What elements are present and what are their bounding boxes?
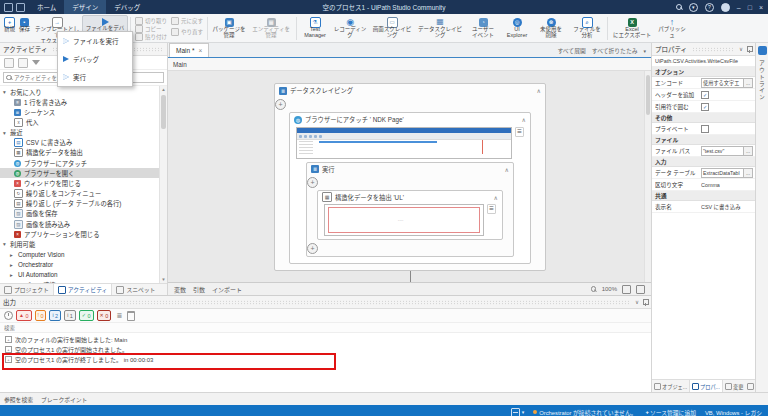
filter-icon[interactable]: [32, 60, 40, 65]
layout-switcher[interactable]: ▾: [511, 408, 525, 416]
data-scraping-button[interactable]: ▦ データスクレイピング: [415, 15, 465, 42]
menu-item-run[interactable]: 実行: [58, 68, 132, 86]
profile-icon[interactable]: [721, 3, 730, 12]
activity-item-assign[interactable]: x代入: [0, 117, 167, 127]
add-activity-icon[interactable]: +: [307, 243, 318, 254]
tab-breakpoints[interactable]: ブレークポイント: [41, 395, 87, 404]
tree-group-available[interactable]: ▾利用可能: [0, 239, 167, 249]
more-button[interactable]: ...: [744, 146, 753, 156]
activity-do-container[interactable]: ≣ 実行 ∧ + ▦: [306, 162, 514, 257]
close-tab-icon[interactable]: ×: [198, 47, 202, 54]
minimize-button[interactable]: –: [737, 4, 741, 11]
log-row[interactable]: + 次のファイルの実行を開始しました: Main: [0, 334, 651, 344]
category-ui-automation[interactable]: ▸UI Automation: [0, 270, 167, 280]
more-button[interactable]: ...: [744, 78, 753, 88]
object-repository-icon[interactable]: [758, 46, 767, 55]
arguments-button[interactable]: 引数: [193, 285, 205, 294]
log-row[interactable]: + 空のプロセス1 の実行が開始されました。: [0, 344, 651, 354]
variables-button[interactable]: 変数: [174, 285, 186, 294]
tab-properties[interactable]: プロパ...: [689, 380, 723, 392]
paste-button[interactable]: 貼り付け: [135, 33, 167, 41]
output-search-input[interactable]: [4, 325, 64, 331]
add-activity-icon[interactable]: +: [307, 177, 318, 188]
tab-activities[interactable]: アクティビティ: [53, 284, 113, 295]
expand-log-icon[interactable]: +: [5, 346, 12, 353]
menu-item-debug[interactable]: デバッグ: [58, 50, 132, 68]
orchestrator-status[interactable]: Orchestrator が接続されていません。: [533, 408, 636, 416]
document-tab-main[interactable]: Main * ×: [169, 43, 209, 57]
tree-scrollbar[interactable]: ▲ ▼: [159, 86, 167, 283]
failed-filter[interactable]: ✕0: [97, 310, 112, 321]
new-button[interactable]: + 新規: [2, 15, 17, 42]
tab-find-references[interactable]: 参照を検索: [4, 395, 33, 404]
collapse-icon[interactable]: ∧: [522, 116, 526, 123]
delimiter-value[interactable]: Comma: [701, 182, 720, 188]
close-button[interactable]: ×: [759, 4, 763, 11]
chevron-down-icon[interactable]: ∨: [635, 299, 639, 305]
activity-item-write-line[interactable]: ≡1 行を書き込み: [0, 97, 167, 107]
test-manager-button[interactable]: ⚗ Test Manager: [299, 15, 331, 42]
activity-item-extract-data[interactable]: ▦構造化データを抽出: [0, 148, 167, 158]
activity-item-continue[interactable]: ↻繰り返しをコンティニュー: [0, 189, 167, 199]
collapse-all-link[interactable]: すべて折りたたみ: [592, 46, 638, 55]
activity-item-write-csv[interactable]: ▤CSV に書き込み: [0, 138, 167, 148]
encoding-value[interactable]: 使用する文字エ: [701, 78, 744, 88]
activity-attach-browser[interactable]: ◍ ブラウザーにアタッチ ' NDK Page' ∧: [289, 112, 531, 264]
tab-outline-vertical[interactable]: アウトライン: [758, 60, 767, 101]
expand-log-icon[interactable]: +: [5, 336, 12, 343]
panel-drag-handle[interactable]: [692, 47, 734, 52]
add-activity-icon[interactable]: +: [275, 99, 286, 110]
feedback-icon[interactable]: ▾: [689, 3, 698, 12]
activity-item-save-image[interactable]: ▨画像を保存: [0, 209, 167, 219]
expand-all-icon[interactable]: [4, 58, 14, 68]
recording-button[interactable]: ◉ レコーディング: [331, 15, 369, 42]
add-headers-checkbox[interactable]: ✓: [701, 91, 709, 99]
collapse-icon[interactable]: ∧: [494, 194, 498, 201]
expand-all-link[interactable]: すべて展開: [557, 46, 585, 55]
undo-button[interactable]: 元に戻す: [171, 17, 203, 25]
scroll-down-icon[interactable]: ▼: [161, 276, 165, 283]
analyze-file-button[interactable]: ⌕ ファイルを 分析: [569, 15, 605, 42]
imports-button[interactable]: インポート: [212, 285, 242, 294]
canvas-scrollbar[interactable]: [644, 71, 651, 282]
collapse-icon[interactable]: ∧: [505, 166, 509, 173]
activity-item-close-window[interactable]: ×ウィンドウを閉じる: [0, 178, 167, 188]
ribbon-tab-design[interactable]: デザイン: [64, 0, 106, 14]
breadcrumb-item-main[interactable]: Main: [173, 61, 187, 68]
hamburger-menu-icon[interactable]: ≡: [487, 204, 496, 214]
section-misc[interactable]: その他: [652, 113, 755, 123]
collapse-all-icon[interactable]: [18, 58, 28, 68]
cut-button[interactable]: 切り取り: [135, 17, 167, 25]
tab-object-repository[interactable]: オブジェ...: [652, 380, 689, 392]
file-path-value[interactable]: "test.csv": [701, 146, 744, 156]
ribbon-tab-home[interactable]: ホーム: [29, 0, 64, 14]
private-checkbox[interactable]: [701, 125, 709, 133]
add-to-source-control[interactable]: +ソース管理に追加: [646, 408, 696, 416]
errors-filter[interactable]: ▲0: [16, 310, 32, 321]
category-computer-vision[interactable]: ▸Computer Vision: [0, 249, 167, 259]
manage-packages-button[interactable]: ▣ パッケージを 管理: [210, 15, 248, 42]
maximize-button[interactable]: □: [748, 4, 752, 11]
project-compatibility[interactable]: VB, Windows - レガシ: [705, 408, 762, 416]
quote-all-checkbox[interactable]: ✓: [701, 103, 709, 111]
help-icon[interactable]: ?: [705, 3, 714, 12]
manage-entities-button[interactable]: ▦ エンティティを管理: [248, 15, 294, 42]
display-name-value[interactable]: CSV に書き込み: [701, 203, 741, 211]
tab-test-explorer[interactable]: テスト エ...: [745, 380, 755, 392]
tab-snippets[interactable]: スニペット: [112, 284, 159, 295]
tab-project[interactable]: プロジェクト: [0, 284, 53, 295]
log-row-highlighted[interactable]: + 空のプロセス1 の実行が終了しました。 in 00:00:03: [0, 354, 651, 364]
clear-output-icon[interactable]: [127, 311, 135, 321]
activity-data-scraping[interactable]: ≣ データスクレイピング ∧ + ◍ ブラウザーにアタッチ ' NDK: [274, 83, 546, 271]
pin-icon[interactable]: [746, 46, 752, 53]
expand-log-icon[interactable]: +: [5, 356, 12, 363]
pin-icon[interactable]: [642, 299, 648, 306]
scroll-up-icon[interactable]: ▲: [161, 86, 165, 93]
save-button[interactable]: ▪ 保存: [17, 15, 32, 42]
activity-item-sequence[interactable]: ≣シーケンス: [0, 107, 167, 117]
tree-group-recent[interactable]: ▾最近: [0, 128, 167, 138]
trace-filter[interactable]: i1: [64, 310, 76, 321]
overview-icon[interactable]: [636, 285, 645, 294]
menu-item-run-file[interactable]: ファイルを実行: [58, 32, 132, 50]
activity-item-close-application[interactable]: ×アプリケーションを閉じる: [0, 229, 167, 239]
